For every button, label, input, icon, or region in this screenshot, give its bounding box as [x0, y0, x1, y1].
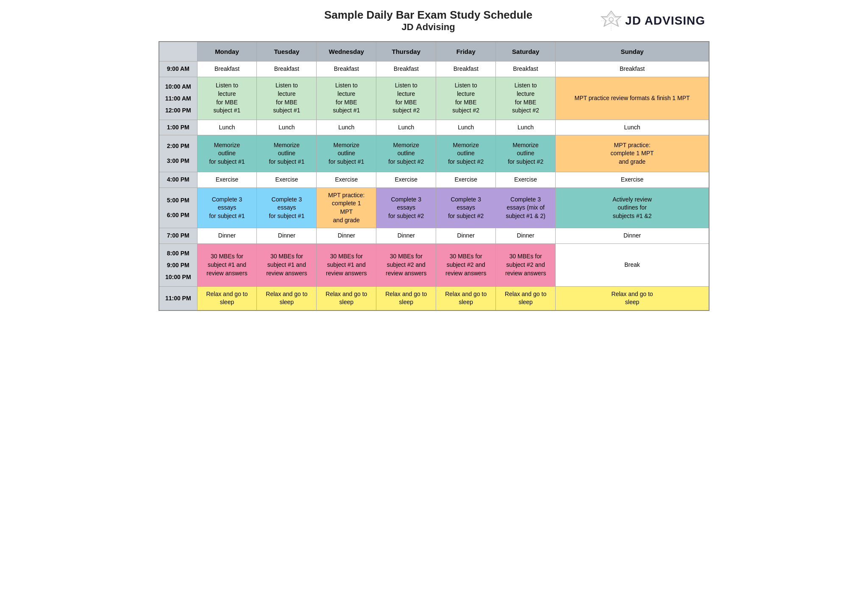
time-10pm: 10:00 PM — [162, 271, 195, 283]
time-2pm: 2:00 PM — [162, 139, 195, 154]
cell-1pm-sat: Lunch — [496, 120, 556, 135]
cell-7pm-wed: Dinner — [317, 228, 376, 244]
col-tuesday: Tuesday — [257, 42, 317, 62]
cell-essays-sat: Complete 3essays (mix ofsubject #1 & 2) — [496, 187, 556, 228]
time-2pm-3pm: 2:00 PM 3:00 PM — [159, 135, 197, 172]
cell-9am-thu: Breakfast — [376, 62, 436, 77]
cell-7pm-fri: Dinner — [436, 228, 496, 244]
row-4pm: 4:00 PM Exercise Exercise Exercise Exerc… — [159, 172, 709, 188]
time-7pm: 7:00 PM — [159, 228, 197, 244]
cell-7pm-mon: Dinner — [197, 228, 257, 244]
time-8pm: 8:00 PM — [162, 247, 195, 259]
cell-9am-sun: Breakfast — [556, 62, 709, 77]
cell-essays-mon: Complete 3essaysfor subject #1 — [197, 187, 257, 228]
cell-review-sun: Actively reviewoutlines forsubjects #1 &… — [556, 187, 709, 228]
cell-memorize-mon: Memorizeoutlinefor subject #1 — [197, 135, 257, 172]
cell-9am-sat: Breakfast — [496, 62, 556, 77]
cell-memorize-tue: Memorizeoutlinefor subject #1 — [257, 135, 317, 172]
cell-11pm-wed: Relax and go tosleep — [317, 286, 376, 310]
cell-7pm-tue: Dinner — [257, 228, 317, 244]
cell-memorize-sun: MPT practice:complete 1 MPTand grade — [556, 135, 709, 172]
cell-4pm-thu: Exercise — [376, 172, 436, 188]
jd-advising-logo-icon — [601, 10, 622, 31]
row-8pm-10pm: 8:00 PM 9:00 PM 10:00 PM 30 MBEs forsubj… — [159, 243, 709, 286]
main-title: Sample Daily Bar Exam Study Schedule — [256, 8, 601, 22]
cell-11pm-mon: Relax and go tosleep — [197, 286, 257, 310]
cell-essays-fri: Complete 3essaysfor subject #2 — [436, 187, 496, 228]
cell-4pm-wed: Exercise — [317, 172, 376, 188]
cell-mbe-mon: 30 MBEs forsubject #1 andreview answers — [197, 243, 257, 286]
cell-1pm-fri: Lunch — [436, 120, 496, 135]
sub-title: JD Advising — [256, 22, 601, 33]
time-header — [159, 42, 197, 62]
time-11pm: 11:00 PM — [159, 286, 197, 310]
page-wrapper: Sample Daily Bar Exam Study Schedule JD … — [159, 8, 709, 311]
cell-lecture-tue: Listen tolecturefor MBEsubject #1 — [257, 77, 317, 120]
time-3pm: 3:00 PM — [162, 154, 195, 168]
logo-text: JD ADVISING — [625, 14, 705, 28]
cell-lecture-wed: Listen tolecturefor MBEsubject #1 — [317, 77, 376, 120]
row-2pm-3pm: 2:00 PM 3:00 PM Memorizeoutlinefor subje… — [159, 135, 709, 172]
time-12pm: 12:00 PM — [162, 104, 195, 116]
logo-area: JD ADVISING — [601, 10, 705, 31]
cell-9am-wed: Breakfast — [317, 62, 376, 77]
col-wednesday: Wednesday — [317, 42, 376, 62]
cell-7pm-sat: Dinner — [496, 228, 556, 244]
cell-lecture-sat: Listen tolecturefor MBEsubject #2 — [496, 77, 556, 120]
row-10am-12pm: 10:00 AM 11:00 AM 12:00 PM Listen tolect… — [159, 77, 709, 120]
cell-11pm-sat: Relax and go tosleep — [496, 286, 556, 310]
cell-mbe-wed: 30 MBEs forsubject #1 andreview answers — [317, 243, 376, 286]
col-sunday: Sunday — [556, 42, 709, 62]
cell-4pm-mon: Exercise — [197, 172, 257, 188]
cell-mpt-wed: MPT practice:complete 1MPTand grade — [317, 187, 376, 228]
cell-essays-tue: Complete 3essaysfor subject #1 — [257, 187, 317, 228]
cell-4pm-sun: Exercise — [556, 172, 709, 188]
col-monday: Monday — [197, 42, 257, 62]
cell-lecture-thu: Listen tolecturefor MBEsubject #2 — [376, 77, 436, 120]
cell-1pm-thu: Lunch — [376, 120, 436, 135]
row-11pm: 11:00 PM Relax and go tosleep Relax and … — [159, 286, 709, 310]
header: Sample Daily Bar Exam Study Schedule JD … — [159, 8, 709, 33]
cell-7pm-thu: Dinner — [376, 228, 436, 244]
cell-memorize-wed: Memorizeoutlinefor subject #1 — [317, 135, 376, 172]
row-5pm-6pm: 5:00 PM 6:00 PM Complete 3essaysfor subj… — [159, 187, 709, 228]
time-6pm: 6:00 PM — [162, 208, 195, 223]
cell-11pm-sun: Relax and go tosleep — [556, 286, 709, 310]
row-9am: 9:00 AM Breakfast Breakfast Breakfast Br… — [159, 62, 709, 77]
time-10am: 10:00 AM — [162, 81, 195, 92]
cell-9am-mon: Breakfast — [197, 62, 257, 77]
cell-11pm-fri: Relax and go tosleep — [436, 286, 496, 310]
time-8pm-10pm: 8:00 PM 9:00 PM 10:00 PM — [159, 243, 197, 286]
schedule-table: Monday Tuesday Wednesday Thursday Friday… — [159, 41, 709, 311]
cell-1pm-wed: Lunch — [317, 120, 376, 135]
cell-mbe-tue: 30 MBEs forsubject #1 andreview answers — [257, 243, 317, 286]
row-7pm: 7:00 PM Dinner Dinner Dinner Dinner Dinn… — [159, 228, 709, 244]
cell-lecture-fri: Listen tolecturefor MBEsubject #2 — [436, 77, 496, 120]
time-9am: 9:00 AM — [159, 62, 197, 77]
cell-memorize-sat: Memorizeoutlinefor subject #2 — [496, 135, 556, 172]
cell-9am-fri: Breakfast — [436, 62, 496, 77]
cell-break-sun: Break — [556, 243, 709, 286]
cell-7pm-sun: Dinner — [556, 228, 709, 244]
cell-memorize-thu: Memorizeoutlinefor subject #2 — [376, 135, 436, 172]
time-5pm-6pm: 5:00 PM 6:00 PM — [159, 187, 197, 228]
time-9pm: 9:00 PM — [162, 259, 195, 271]
col-thursday: Thursday — [376, 42, 436, 62]
cell-lecture-mon: Listen tolecturefor MBEsubject #1 — [197, 77, 257, 120]
cell-4pm-fri: Exercise — [436, 172, 496, 188]
header-title: Sample Daily Bar Exam Study Schedule JD … — [256, 8, 601, 33]
cell-mbe-sat: 30 MBEs forsubject #2 andreview answers — [496, 243, 556, 286]
cell-9am-tue: Breakfast — [257, 62, 317, 77]
cell-memorize-fri: Memorizeoutlinefor subject #2 — [436, 135, 496, 172]
header-row: Monday Tuesday Wednesday Thursday Friday… — [159, 42, 709, 62]
cell-4pm-tue: Exercise — [257, 172, 317, 188]
col-saturday: Saturday — [496, 42, 556, 62]
cell-mbe-thu: 30 MBEs forsubject #2 andreview answers — [376, 243, 436, 286]
row-1pm: 1:00 PM Lunch Lunch Lunch Lunch Lunch Lu… — [159, 120, 709, 135]
cell-essays-thu: Complete 3essaysfor subject #2 — [376, 187, 436, 228]
time-5pm: 5:00 PM — [162, 193, 195, 208]
cell-1pm-sun: Lunch — [556, 120, 709, 135]
time-10am-12pm: 10:00 AM 11:00 AM 12:00 PM — [159, 77, 197, 120]
cell-1pm-tue: Lunch — [257, 120, 317, 135]
time-1pm: 1:00 PM — [159, 120, 197, 135]
